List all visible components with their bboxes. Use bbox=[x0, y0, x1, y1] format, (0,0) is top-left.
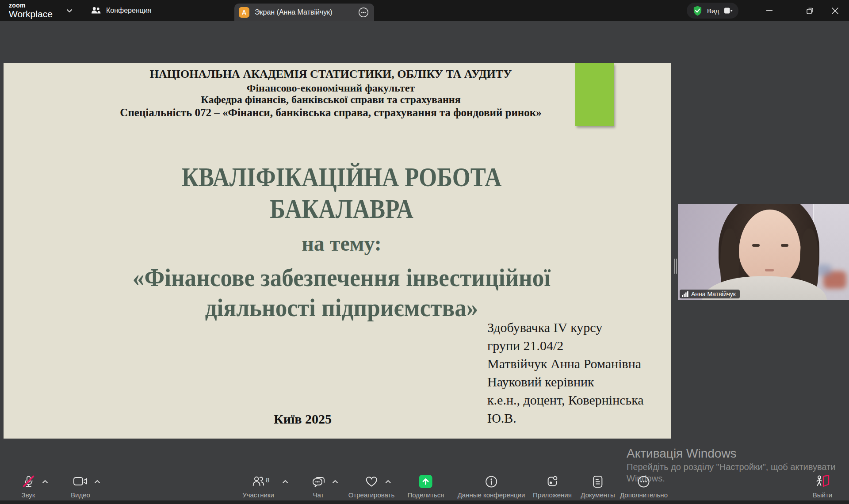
meeting-info-icon-row bbox=[478, 474, 505, 489]
heart-icon bbox=[364, 475, 378, 488]
speciality-line: Спеціальність 072 – «Фінанси, банківська… bbox=[4, 106, 658, 119]
watermark-title: Активація Windows bbox=[627, 446, 835, 461]
thesis-title-line1: КВАЛІФІКАЦІЙНА РОБОТА bbox=[62, 161, 622, 193]
window-close-button[interactable] bbox=[825, 0, 845, 21]
zoom-workplace-logo: zoom Workplace bbox=[9, 2, 53, 19]
exit-icon-row bbox=[809, 474, 836, 489]
audio-icon-row bbox=[15, 474, 42, 489]
tab-options-icon[interactable] bbox=[358, 7, 369, 18]
tab-screen-share-label: Экран (Анна Матвійчук) bbox=[255, 8, 333, 16]
participant-portrait bbox=[781, 244, 788, 247]
more-ellipsis-icon bbox=[637, 475, 651, 489]
slide-title: КВАЛІФІКАЦІЙНА РОБОТА БАКАЛАВРА на тему:… bbox=[12, 161, 671, 323]
apps-label: Приложения bbox=[533, 491, 572, 499]
chat-button[interactable]: Чат bbox=[305, 474, 332, 499]
restore-icon bbox=[806, 7, 814, 15]
video-button[interactable]: Видео bbox=[67, 474, 94, 499]
signal-bars-icon bbox=[682, 291, 688, 297]
participants-count: 8 bbox=[266, 476, 269, 484]
chat-label: Чат bbox=[313, 491, 324, 499]
exit-button[interactable]: Выйти bbox=[809, 474, 836, 499]
info-icon bbox=[485, 475, 498, 489]
chat-options-chevron-icon[interactable] bbox=[332, 480, 338, 484]
panel-resize-handle[interactable] bbox=[674, 259, 677, 274]
logo-zoom-text: zoom bbox=[9, 2, 53, 9]
exit-door-icon bbox=[815, 475, 830, 488]
author-line: Матвійчук Анна Романівна bbox=[487, 355, 671, 373]
thesis-topic-line1: «Фінансове забезпечення інвестиційної bbox=[29, 263, 654, 293]
academy-name: НАЦІОНАЛЬНА АКАДЕМІЯ СТАТИСТИКИ, ОБЛІКУ … bbox=[4, 66, 658, 82]
view-button[interactable]: Вид bbox=[687, 3, 738, 19]
react-label: Отреагировать bbox=[348, 491, 395, 499]
chat-icon-row bbox=[305, 474, 332, 489]
presentation-slide: НАЦІОНАЛЬНА АКАДЕМІЯ СТАТИСТИКИ, ОБЛІКУ … bbox=[4, 63, 671, 439]
audio-button[interactable]: Звук bbox=[15, 474, 42, 499]
participant-portrait bbox=[765, 269, 774, 271]
apps-icon-row bbox=[539, 474, 566, 489]
meeting-toolbar: Звук Видео 8 Участники bbox=[0, 471, 849, 500]
view-button-label: Вид bbox=[707, 7, 719, 15]
share-label: Поделиться bbox=[408, 491, 444, 499]
document-icon bbox=[592, 475, 604, 489]
author-block: Здобувачка IV курсу групи 21.04/2 Матвій… bbox=[487, 318, 671, 427]
faculty-name: Фінансово-економічний факультет bbox=[4, 82, 658, 94]
window-bottom-edge bbox=[0, 500, 849, 504]
meeting-info-button[interactable]: Данные конференции bbox=[458, 474, 525, 499]
window-minimize-button[interactable] bbox=[759, 0, 780, 21]
more-button[interactable]: Дополнительно bbox=[620, 474, 668, 499]
author-line: групи 21.04/2 bbox=[487, 336, 671, 355]
participant-name-tag: Анна Матвійчук bbox=[680, 290, 740, 298]
react-options-chevron-icon[interactable] bbox=[385, 480, 391, 484]
minimize-icon bbox=[766, 7, 773, 14]
video-options-chevron-icon[interactable] bbox=[94, 480, 100, 484]
tab-conference-label: Конференция bbox=[106, 7, 152, 15]
people-icon bbox=[91, 6, 101, 15]
layout-icon bbox=[723, 6, 733, 15]
avatar: A bbox=[239, 7, 249, 18]
participants-icon-row: 8 bbox=[245, 474, 272, 489]
microphone-muted-icon bbox=[22, 475, 35, 489]
titlebar: zoom Workplace Конференция A Экран (Анна… bbox=[0, 0, 849, 21]
meeting-info-label: Данные конференции bbox=[458, 491, 525, 499]
documents-label: Документы bbox=[581, 491, 615, 499]
share-screen-icon bbox=[419, 475, 432, 488]
thesis-subtitle: на тему: bbox=[12, 225, 671, 263]
slide-header: НАЦІОНАЛЬНА АКАДЕМІЯ СТАТИСТИКИ, ОБЛІКУ … bbox=[4, 66, 658, 119]
video-label: Видео bbox=[71, 491, 90, 499]
tab-conference[interactable]: Конференция bbox=[91, 0, 152, 21]
author-line: Науковий керівник bbox=[487, 373, 671, 391]
more-icon-row bbox=[631, 474, 657, 489]
workspace-chevron-down-icon[interactable] bbox=[66, 9, 73, 13]
camera-icon bbox=[73, 476, 88, 487]
participants-label: Участники bbox=[242, 491, 274, 499]
apps-icon bbox=[546, 475, 559, 488]
share-icon-row bbox=[413, 474, 439, 489]
slide-footer: Київ 2025 bbox=[274, 412, 332, 427]
audio-options-chevron-icon[interactable] bbox=[42, 480, 48, 484]
participant-video[interactable]: Анна Матвійчук bbox=[678, 204, 849, 300]
apps-button[interactable]: Приложения bbox=[533, 474, 572, 499]
documents-button[interactable]: Документы bbox=[581, 474, 615, 499]
participants-button[interactable]: 8 Участники bbox=[242, 474, 274, 499]
author-line: Здобувачка IV курсу bbox=[487, 318, 671, 336]
chat-icon bbox=[312, 475, 325, 488]
react-icon-row bbox=[358, 474, 385, 489]
window-restore-button[interactable] bbox=[799, 0, 820, 21]
documents-icon-row bbox=[585, 474, 611, 489]
exit-label: Выйти bbox=[813, 491, 832, 499]
tab-screen-share[interactable]: A Экран (Анна Матвійчук) bbox=[234, 4, 374, 21]
logo-workplace-text: Workplace bbox=[9, 9, 53, 19]
department-name: Кафедра фінансів, банківської справи та … bbox=[4, 94, 658, 106]
react-button[interactable]: Отреагировать bbox=[348, 474, 395, 499]
participant-portrait bbox=[752, 244, 760, 247]
share-button[interactable]: Поделиться bbox=[408, 474, 444, 499]
security-shield-icon bbox=[692, 5, 703, 16]
more-label: Дополнительно bbox=[620, 491, 668, 499]
thesis-title-line2: БАКАЛАВРА bbox=[62, 193, 622, 225]
zoom-meeting-window: { "window": { "logo_top": "zoom", "logo_… bbox=[0, 0, 849, 504]
video-icon-row bbox=[67, 474, 94, 489]
audio-label: Звук bbox=[22, 491, 35, 499]
participants-options-chevron-icon[interactable] bbox=[282, 480, 288, 484]
participant-name: Анна Матвійчук bbox=[691, 290, 736, 298]
close-icon bbox=[831, 7, 839, 15]
